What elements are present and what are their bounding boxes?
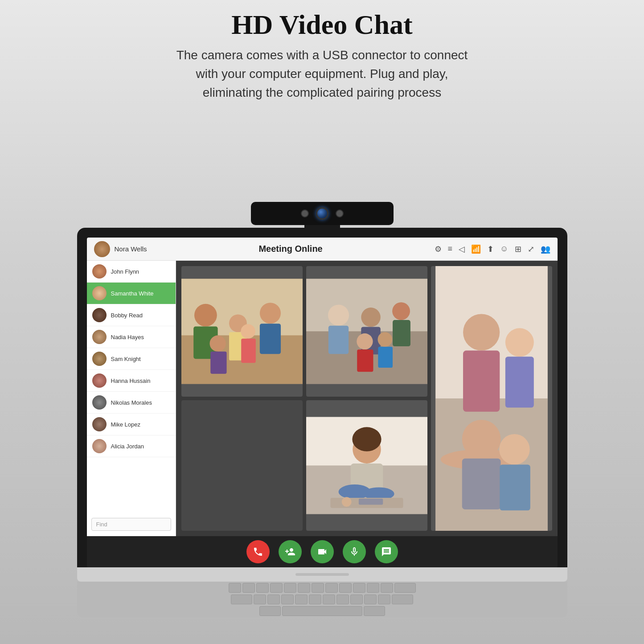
key — [350, 595, 363, 604]
menu-icon[interactable]: ≡ — [448, 244, 453, 254]
key — [339, 583, 352, 593]
svg-rect-25 — [378, 347, 393, 368]
share-icon[interactable]: ⬆ — [487, 244, 494, 254]
header-avatar — [94, 241, 110, 257]
key-wide — [231, 595, 252, 604]
key — [353, 583, 365, 593]
svg-point-24 — [377, 332, 392, 347]
avatar-bobby-read — [92, 308, 107, 322]
key — [229, 583, 241, 593]
svg-point-3 — [194, 304, 217, 327]
key — [381, 583, 393, 593]
key — [242, 583, 255, 593]
microphone-button[interactable] — [343, 540, 366, 563]
sidebar-item-john-flynn[interactable]: John Flynn — [87, 261, 176, 283]
svg-point-22 — [357, 333, 373, 349]
hero-text: HD Video Chat The camera comes with a US… — [166, 9, 478, 102]
key-wide — [394, 583, 416, 593]
sidebar-item-bobby-read[interactable]: Bobby Read — [87, 304, 176, 326]
avatar-samantha-white — [92, 286, 107, 300]
video-cell-empty — [181, 400, 303, 531]
avatar-nadia-hayes — [92, 330, 107, 344]
key-row-space — [259, 606, 385, 616]
keyboard-area — [77, 582, 567, 617]
svg-point-16 — [328, 305, 349, 326]
chat-button[interactable] — [375, 540, 398, 563]
svg-rect-30 — [463, 351, 500, 412]
name-sam-knight: Sam Knight — [111, 356, 141, 362]
laptop: Nora Wells Meeting Online ⚙ ≡ ◁ 📶 ⬆ ☺ ⊞ … — [77, 228, 567, 617]
svg-point-43 — [352, 427, 381, 451]
expand-icon[interactable]: ⤢ — [528, 244, 534, 254]
sidebar-item-samantha-white[interactable]: Samantha White — [87, 283, 176, 304]
app-body: John Flynn Samantha White Bobby Read — [87, 261, 558, 536]
key — [312, 583, 324, 593]
svg-point-9 — [241, 324, 255, 339]
video-cell-2 — [306, 266, 427, 397]
name-alicia-jordan: Alicia Jordan — [111, 443, 144, 450]
sidebar: John Flynn Samantha White Bobby Read — [87, 261, 176, 536]
video-grid — [176, 261, 558, 536]
svg-point-36 — [499, 434, 530, 465]
key — [364, 595, 377, 604]
name-samantha-white: Samantha White — [111, 290, 154, 297]
svg-point-7 — [259, 303, 280, 324]
svg-rect-23 — [357, 349, 373, 372]
grid-icon[interactable]: ⊞ — [515, 244, 521, 254]
avatar-john-flynn — [92, 264, 107, 279]
key — [309, 595, 321, 604]
svg-rect-8 — [259, 324, 280, 354]
sidebar-item-nikolas-morales[interactable]: Nikolas Morales — [87, 392, 176, 414]
find-field[interactable]: Find — [91, 518, 171, 531]
key — [336, 595, 349, 604]
svg-point-31 — [505, 328, 533, 357]
name-nikolas-morales: Nikolas Morales — [111, 399, 152, 406]
avatar-alicia-jordan — [92, 439, 107, 453]
header-icons: ⚙ ≡ ◁ 📶 ⬆ ☺ ⊞ ⤢ 👥 — [435, 244, 550, 254]
settings-icon[interactable]: ⚙ — [435, 244, 442, 254]
screen-content: Nora Wells Meeting Online ⚙ ≡ ◁ 📶 ⬆ ☺ ⊞ … — [87, 238, 558, 567]
add-person-button[interactable] — [279, 540, 302, 563]
sidebar-item-mike-lopez[interactable]: Mike Lopez — [87, 414, 176, 435]
hinge-notch — [295, 573, 349, 576]
app-header: Nora Wells Meeting Online ⚙ ≡ ◁ 📶 ⬆ ☺ ⊞ … — [87, 238, 558, 261]
key-row-2 — [231, 595, 413, 604]
sidebar-item-nadia-hayes[interactable]: Nadia Hayes — [87, 326, 176, 348]
sidebar-item-hanna-hussain[interactable]: Hanna Hussain — [87, 370, 176, 392]
name-john-flynn: John Flynn — [111, 268, 139, 275]
svg-rect-32 — [505, 357, 533, 407]
laptop-hinge — [77, 567, 567, 582]
svg-rect-17 — [328, 326, 348, 354]
key — [367, 583, 379, 593]
svg-rect-37 — [500, 465, 530, 511]
video-cell-3 — [431, 266, 552, 531]
name-mike-lopez: Mike Lopez — [111, 421, 140, 428]
sidebar-item-sam-knight[interactable]: Sam Knight — [87, 348, 176, 370]
sidebar-item-alicia-jordan[interactable]: Alicia Jordan — [87, 435, 176, 457]
svg-point-34 — [462, 420, 500, 459]
svg-rect-10 — [241, 339, 256, 363]
key — [254, 595, 266, 604]
video-button[interactable] — [311, 540, 334, 563]
key — [267, 595, 280, 604]
key — [295, 595, 308, 604]
avatar-mike-lopez — [92, 417, 107, 431]
header-username: Nora Wells — [115, 245, 147, 253]
end-call-button[interactable] — [246, 540, 270, 563]
svg-point-18 — [361, 308, 381, 327]
laptop-body: Nora Wells Meeting Online ⚙ ≡ ◁ 📶 ⬆ ☺ ⊞ … — [77, 228, 567, 617]
emoji-icon[interactable]: ☺ — [500, 244, 508, 254]
name-bobby-read: Bobby Read — [111, 312, 143, 319]
key-shift-left — [259, 606, 281, 616]
back-icon[interactable]: ◁ — [459, 244, 465, 254]
avatar-hanna-hussain — [92, 373, 107, 388]
participants-icon[interactable]: 👥 — [541, 244, 550, 254]
key-wide — [392, 595, 413, 604]
svg-point-11 — [209, 336, 226, 352]
key — [281, 595, 294, 604]
power-indicator — [336, 209, 344, 217]
svg-point-29 — [463, 314, 500, 350]
video-cell-4 — [306, 400, 427, 531]
key — [378, 595, 390, 604]
key — [325, 583, 338, 593]
